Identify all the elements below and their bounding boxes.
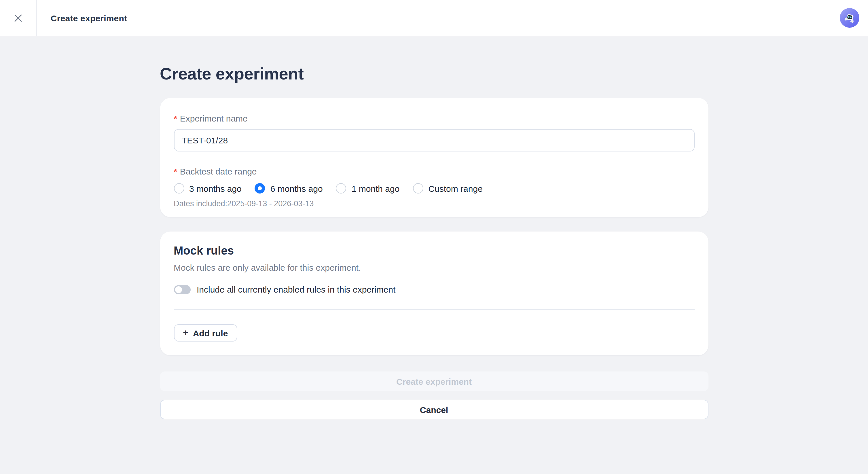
radio-label[interactable]: 3 months ago [189, 184, 242, 193]
experiment-name-label: * Experiment name [174, 114, 694, 123]
experiment-settings-card: * Experiment name * Backtest date range … [160, 98, 708, 217]
backtest-date-range-label-text: Backtest date range [180, 166, 257, 176]
close-icon [14, 13, 23, 22]
include-rules-toggle[interactable] [174, 285, 190, 294]
mock-rules-title: Mock rules [174, 244, 694, 257]
radio-label[interactable]: Custom range [428, 184, 483, 193]
radio-custom-range[interactable]: Custom range [413, 183, 483, 193]
radio-label[interactable]: 1 month ago [352, 184, 400, 193]
create-experiment-button[interactable]: Create experiment [160, 372, 708, 391]
backtest-date-range-label: * Backtest date range [174, 166, 694, 176]
experiment-name-label-text: Experiment name [180, 114, 248, 123]
cancel-button[interactable]: Cancel [160, 400, 708, 419]
page-title: Create experiment [160, 36, 708, 84]
date-range-radio-group: 3 months ago 6 months ago 1 month ago Cu… [174, 183, 694, 193]
plus-icon: + [183, 328, 188, 337]
close-button[interactable] [0, 0, 37, 36]
radio-label[interactable]: 6 months ago [271, 184, 323, 193]
topbar: Create experiment [0, 0, 868, 36]
mock-rules-card: Mock rules Mock rules are only available… [160, 231, 708, 355]
radio-circle-unselected[interactable] [336, 183, 346, 193]
required-asterisk: * [174, 167, 177, 176]
radio-circle-selected[interactable] [255, 183, 265, 193]
mock-rules-description: Mock rules are only available for this e… [174, 263, 694, 273]
dates-included-note: Dates included:2025-09-13 - 2026-03-13 [174, 199, 694, 208]
user-avatar[interactable] [840, 8, 859, 28]
content-column: Create experiment * Experiment name * Ba… [160, 36, 708, 419]
include-rules-toggle-label[interactable]: Include all currently enabled rules in t… [197, 285, 395, 294]
app-window: Create experiment Create experiment [0, 0, 868, 474]
radio-circle-unselected[interactable] [413, 183, 423, 193]
page-body: Create experiment * Experiment name * Ba… [0, 36, 868, 474]
toggle-knob [175, 286, 182, 293]
radio-1-month-ago[interactable]: 1 month ago [336, 183, 400, 193]
include-rules-toggle-row: Include all currently enabled rules in t… [174, 285, 694, 294]
radio-circle-unselected[interactable] [174, 183, 184, 193]
add-rule-button[interactable]: + Add rule [174, 324, 237, 342]
window-title: Create experiment [51, 13, 127, 23]
add-rule-label: Add rule [193, 328, 228, 338]
radio-6-months-ago[interactable]: 6 months ago [255, 183, 323, 193]
radio-3-months-ago[interactable]: 3 months ago [174, 183, 242, 193]
experiment-name-input[interactable] [174, 129, 694, 152]
rules-divider [174, 309, 694, 310]
robot-avatar-icon [843, 11, 857, 25]
required-asterisk: * [174, 114, 177, 123]
